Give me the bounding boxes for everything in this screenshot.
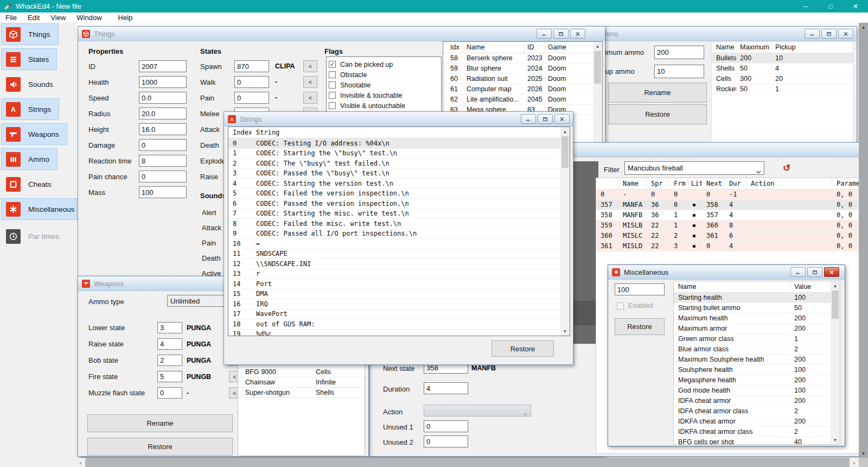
restore-button[interactable]: Restore [87, 438, 233, 456]
table-row[interactable]: 361 MISLD 22 3 ■ 0 4 0, 0 [596, 241, 868, 251]
maximize-button[interactable] [821, 29, 837, 39]
state-input[interactable] [157, 371, 182, 382]
table-row[interactable]: Rockets 50 1 [712, 84, 853, 94]
table-row[interactable]: 359 MISLB 22 1 ■ 360 8 0, 0 [596, 220, 868, 231]
table-row[interactable]: 18 out of GUS RAM: [228, 319, 560, 330]
state-input[interactable] [157, 338, 182, 350]
copy-state-button[interactable]: < [303, 60, 317, 72]
minimize-button[interactable] [521, 114, 536, 124]
maximize-button[interactable]: □ [818, 0, 843, 12]
scroll-up-icon[interactable]: ▲ [831, 281, 840, 290]
sidebar-item-states[interactable]: States [1, 48, 57, 70]
mdi-horizontal-scrollbar[interactable]: ‹ › [76, 458, 859, 467]
column-header[interactable]: Game [545, 42, 593, 53]
table-row[interactable]: 61 Computer map 2026 Doom [443, 84, 593, 94]
unused1-input[interactable] [424, 420, 468, 432]
scroll-down-icon[interactable]: ▼ [560, 327, 570, 336]
scrollbar[interactable]: ▲ ▼ [560, 127, 570, 336]
checkbox[interactable]: ✓ [329, 102, 336, 109]
table-row[interactable]: Starting bullet ammo 50 [674, 303, 831, 313]
property-input[interactable] [139, 76, 187, 88]
sidebar-item-sounds[interactable]: Sounds [1, 73, 61, 95]
table-row[interactable]: 59 Blur sphere 2024 Doom [443, 64, 593, 74]
state-input[interactable] [157, 322, 182, 333]
flag-item[interactable]: ✓ Shootable [327, 80, 441, 90]
table-row[interactable]: IDFA cheat armor 200 [674, 396, 831, 406]
sidebar-item-par-times[interactable]: Par times [1, 225, 67, 247]
scrollbar-thumb[interactable] [561, 136, 569, 168]
property-input[interactable] [139, 186, 187, 198]
table-row[interactable]: Blue armor class 2 [674, 344, 831, 355]
sidebar-item-miscellaneous[interactable]: Miscellaneous [1, 198, 83, 220]
table-row[interactable]: 8 CODEC: Failed the misc. write test.\n [228, 219, 560, 229]
property-input[interactable] [139, 155, 187, 167]
scroll-up-icon[interactable]: ▲ [560, 127, 570, 136]
scroll-left-icon[interactable]: ‹ [76, 458, 85, 467]
property-input[interactable] [139, 123, 187, 135]
table-row[interactable]: 17 WavePort [228, 310, 560, 320]
column-header[interactable]: Pickup [771, 42, 853, 53]
scroll-down-icon[interactable]: ▼ [859, 449, 868, 458]
strings-titlebar[interactable]: A Strings [224, 112, 573, 127]
table-row[interactable]: 358 MANFB 36 1 ■ 357 4 0, 0 [596, 210, 868, 220]
column-header[interactable]: String [252, 127, 560, 138]
property-input[interactable] [139, 108, 187, 119]
table-row[interactable]: 62 Lite amplificatio... 2045 Doom [443, 94, 593, 105]
menu-view[interactable]: View [45, 12, 71, 23]
table-row[interactable]: 11 SNDSCAPE [228, 249, 560, 260]
minimize-button[interactable]: ─ [793, 0, 818, 12]
menu-window[interactable]: Window [71, 12, 107, 23]
table-row[interactable]: 13 r [228, 269, 560, 280]
checkbox[interactable]: ✓ [329, 71, 336, 78]
minimize-button[interactable] [805, 29, 820, 39]
checkbox[interactable]: ✓ [329, 92, 336, 99]
table-row[interactable]: 7 CODEC: Starting the misc. write test.\… [228, 209, 560, 219]
table-row[interactable]: 6 CODEC: Passed the version inspection.\… [228, 199, 560, 209]
property-input[interactable] [139, 92, 187, 104]
table-row[interactable]: Shells 50 4 [712, 64, 853, 74]
flag-item[interactable]: ✓ Can be picked up [327, 59, 441, 70]
table-row[interactable]: 3 CODEC: Passed the \"busy\" test.\n [228, 169, 560, 179]
close-button[interactable]: × [843, 0, 868, 12]
table-row[interactable]: 357 MANFA 36 0 ■ 358 4 0, 0 [596, 200, 868, 210]
maximize-button[interactable] [553, 29, 569, 39]
table-row[interactable]: 58 Berserk sphere 2023 Doom [443, 53, 593, 64]
table-row[interactable]: BFG cells per shot 40 [674, 437, 831, 445]
enabled-checkbox-row[interactable]: Enabled [617, 302, 653, 310]
restore-button[interactable]: Restore [608, 104, 707, 124]
table-row[interactable]: 15 DMA [228, 289, 560, 300]
column-header[interactable]: Name [712, 42, 736, 53]
restore-button[interactable]: Restore [615, 318, 665, 335]
table-row[interactable]: Maximum armor 200 [674, 324, 831, 334]
scroll-right-icon[interactable]: › [850, 458, 859, 467]
flag-item[interactable]: ✓ Obstacle [327, 70, 441, 80]
minimize-button[interactable] [537, 29, 552, 39]
sidebar-item-cheats[interactable]: Cheats [1, 173, 60, 195]
property-input[interactable] [139, 171, 187, 182]
column-header[interactable]: Idx [443, 42, 463, 53]
column-header[interactable]: Name [463, 42, 525, 53]
column-header[interactable]: Maximum [736, 42, 771, 53]
restore-button[interactable]: Restore [492, 340, 554, 357]
scrollbar-thumb[interactable] [832, 291, 839, 319]
close-icon[interactable] [570, 29, 585, 39]
column-header[interactable] [596, 178, 618, 189]
mdi-vertical-scrollbar[interactable]: ▲ ▼ [859, 23, 868, 458]
scrollbar-thumb[interactable] [594, 51, 601, 84]
table-row[interactable]: Starting health 100 [674, 293, 831, 303]
table-row[interactable]: Maximum Soulsphere health 200 [674, 355, 831, 365]
column-header[interactable]: Action [746, 178, 832, 189]
table-row[interactable]: Bullets 200 10 [712, 53, 853, 64]
property-input[interactable] [139, 139, 187, 151]
copy-state-button[interactable]: < [303, 76, 317, 88]
table-row[interactable]: Super-shotgun Shells [238, 388, 365, 398]
column-header[interactable]: Lit [688, 178, 702, 189]
state-input[interactable] [234, 60, 269, 72]
column-header[interactable]: Next [702, 178, 725, 189]
state-input[interactable] [234, 76, 269, 88]
table-row[interactable]: 0 - 0 0 ■ 0 -1 0, 0 [596, 190, 868, 200]
things-titlebar[interactable]: Things [78, 27, 605, 41]
sidebar-item-ammo[interactable]: Ammo [1, 148, 58, 170]
column-header[interactable]: Dur [725, 178, 746, 189]
checkbox[interactable]: ✓ [329, 81, 336, 89]
